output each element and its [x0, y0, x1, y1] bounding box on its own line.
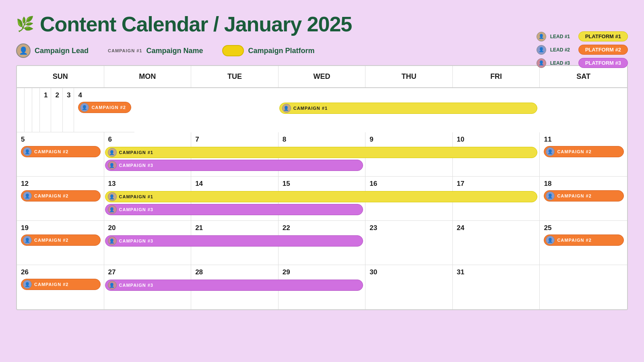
campaign-name-text: Campaign Name [146, 47, 203, 55]
day-28: 28 [195, 268, 275, 276]
day-tue: TUE [191, 66, 279, 87]
day-31: 31 [457, 268, 537, 276]
platform-badge-3: PLATFORM #3 [578, 58, 628, 68]
cell-jan31: 31 [453, 265, 540, 309]
calendar: SUN MON TUE WED THU FRI SAT 1 [16, 65, 628, 310]
campaign-platform-label: Campaign Platform [248, 47, 314, 55]
avatar-bar-s3: 👤 [23, 191, 32, 200]
day-24: 24 [457, 224, 537, 232]
campaign-bar-c2-sun2: 👤 CAMPAIGN #2 [21, 146, 101, 157]
day-12: 12 [21, 180, 101, 188]
cell-jan21: 21 [191, 221, 279, 265]
cell-jan16: 16 [365, 177, 453, 221]
day-6: 6 [108, 136, 188, 144]
day-19: 19 [21, 224, 101, 232]
cell-jan6: 6 [104, 132, 192, 177]
day-wed: WED [279, 66, 366, 87]
day-14: 14 [195, 180, 275, 188]
day-thu: THU [365, 66, 453, 87]
avatar-sm-1: 👤 [537, 32, 546, 41]
day-17: 17 [457, 180, 537, 188]
lead-label-1: LEAD #1 [550, 34, 574, 39]
campaign-bar-c2-sat1: 👤 CAMPAIGN #2 [78, 102, 131, 113]
week-row-1: 1 2 3 4 👤 CAMPAIGN #2 [17, 88, 627, 132]
cell-jan3: 3 [63, 88, 74, 132]
cell-jan25: 25 👤 CAMPAIGN #2 [540, 221, 627, 265]
day-2: 2 [55, 91, 59, 99]
top-right-legend: 👤 LEAD #1 PLATFORM #1 👤 LEAD #2 PLATFORM… [537, 31, 628, 68]
day-13: 13 [108, 180, 188, 188]
day-4: 4 [78, 91, 131, 99]
cell-jan26: 26 👤 CAMPAIGN #2 [17, 265, 104, 309]
avatar-person-icon: 👤 [19, 46, 28, 55]
top-right-item-2: 👤 LEAD #2 PLATFORM #2 [537, 45, 628, 55]
day-fri: FRI [453, 66, 540, 87]
cell-jan4: 4 👤 CAMPAIGN #2 [74, 88, 134, 132]
day-18: 18 [544, 180, 624, 188]
campaign-lead-label: Campaign Lead [35, 47, 89, 55]
day-11: 11 [544, 136, 624, 144]
legend-lead: 👤 Campaign Lead [16, 43, 89, 58]
main-title: Content Calendar / January 2025 [40, 12, 352, 36]
day-30: 30 [369, 268, 449, 276]
top-right-item-3: 👤 LEAD #3 PLATFORM #3 [537, 58, 628, 68]
lead-label-3: LEAD #3 [550, 60, 574, 66]
day-9: 9 [369, 136, 449, 144]
cell-jan17: 17 [453, 177, 540, 221]
cell-empty-2 [25, 88, 32, 132]
day-7: 7 [195, 136, 275, 144]
platform-swatch [222, 45, 244, 56]
campaign-bar-c2-sun5: 👤 CAMPAIGN #2 [21, 279, 101, 290]
title-icon: 🌿 [16, 16, 34, 33]
avatar-bar-s2: 👤 [23, 147, 32, 156]
campaign-bar-c2-sat4: 👤 CAMPAIGN #2 [544, 234, 624, 246]
campaign-bar-c2-sat3: 👤 CAMPAIGN #2 [544, 190, 624, 202]
legend-campaign-name: CAMPAIGN #1 Campaign Name [108, 47, 203, 55]
day-mon: MON [104, 66, 192, 87]
campaign-number-label: CAMPAIGN #1 [108, 48, 142, 53]
cell-empty-3 [32, 88, 40, 132]
cell-jan2: 2 [51, 88, 62, 132]
day-sun: SUN [17, 66, 104, 87]
cell-jan29: 29 [279, 265, 366, 309]
day-3: 3 [67, 91, 70, 99]
cell-jan7: 7 [191, 132, 279, 177]
cell-jan22: 22 [279, 221, 366, 265]
cell-jan8: 8 [279, 132, 366, 177]
day-25: 25 [544, 224, 624, 232]
avatar-bar-s3b: 👤 [546, 191, 555, 200]
cell-jan30: 30 [365, 265, 453, 309]
cell-jan18: 18 👤 CAMPAIGN #2 [540, 177, 627, 221]
avatar: 👤 [16, 43, 31, 58]
day-23: 23 [369, 224, 449, 232]
week-row-5: 26 👤 CAMPAIGN #2 27 28 29 30 [17, 265, 627, 309]
cell-jan1: 1 [40, 88, 51, 132]
avatar-bar-s5: 👤 [23, 280, 32, 289]
campaign-bar-c2-sun3: 👤 CAMPAIGN #2 [21, 190, 101, 202]
cell-jan15: 15 [279, 177, 366, 221]
cell-jan24: 24 [453, 221, 540, 265]
day-5: 5 [21, 136, 101, 144]
avatar-sm-3: 👤 [537, 58, 546, 68]
day-1: 1 [44, 91, 47, 99]
cell-jan11: 11 👤 CAMPAIGN #2 [540, 132, 627, 177]
cell-jan9: 9 [365, 132, 453, 177]
day-20: 20 [108, 224, 188, 232]
calendar-header: SUN MON TUE WED THU FRI SAT [17, 66, 627, 88]
cell-jan14: 14 [191, 177, 279, 221]
top-right-item-1: 👤 LEAD #1 PLATFORM #1 [537, 31, 628, 41]
day-16: 16 [369, 180, 449, 188]
day-21: 21 [195, 224, 275, 232]
week-row-4: 19 👤 CAMPAIGN #2 20 21 22 23 [17, 221, 627, 265]
day-27: 27 [108, 268, 188, 276]
campaign-bar-c2-sat2: 👤 CAMPAIGN #2 [544, 146, 624, 157]
day-29: 29 [283, 268, 362, 276]
platform-badge-2: PLATFORM #2 [578, 45, 628, 55]
day-26: 26 [21, 268, 101, 276]
cell-jan20: 20 [104, 221, 192, 265]
cell-empty-1 [17, 88, 25, 132]
cell-jan13: 13 [104, 177, 192, 221]
avatar-bar-s4: 👤 [23, 236, 32, 245]
week-row-2: 5 👤 CAMPAIGN #2 6 7 8 9 [17, 132, 627, 177]
day-22: 22 [283, 224, 362, 232]
